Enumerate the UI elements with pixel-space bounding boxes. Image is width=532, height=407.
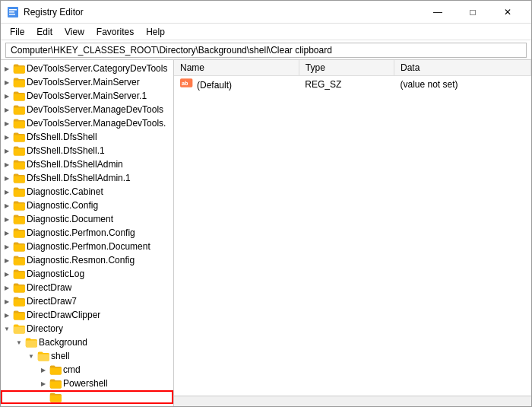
tree-expander[interactable]: ▶	[1, 79, 13, 86]
tree-expander[interactable]: ▶	[37, 380, 49, 387]
tree-item[interactable]: ▶DirectDraw7	[1, 294, 173, 308]
tree-item[interactable]: ▶Diagnostic.Perfmon.Document	[1, 240, 173, 253]
tree-item-label: DevToolsServer.MainServer.1	[27, 91, 147, 101]
tree-panel[interactable]: ▶DevToolsServer.CategoryDevTools▶DevTool…	[1, 60, 174, 406]
table-row[interactable]: ab(Default)REG_SZ(value not set)	[174, 76, 531, 93]
menu-item-edit[interactable]: Edit	[30, 25, 59, 39]
tree-expander[interactable]: ▶	[1, 120, 13, 127]
tree-item-label: DfsShell.DfsShellAdmin.1	[27, 173, 131, 183]
tree-item-label: DfsShell.DfsShellAdmin	[27, 159, 123, 170]
tree-expander[interactable]: ▶	[1, 312, 13, 319]
cell-data: (value not set)	[394, 76, 530, 93]
tree-item[interactable]: ▶DfsShell.DfsShell.1	[1, 144, 173, 157]
tree-item-label: Powershell	[63, 378, 108, 389]
tree-item[interactable]: ▶cmd	[1, 363, 173, 377]
tree-item-label: Diagnostic.Document	[27, 214, 113, 224]
horizontal-scrollbar[interactable]	[174, 396, 531, 406]
tree-item[interactable]: ▶shellex	[1, 404, 173, 406]
tree-item[interactable]: ▼Background	[1, 335, 173, 349]
tree-item[interactable]: ▶DfsShell.DfsShellAdmin	[1, 157, 173, 171]
address-bar	[1, 40, 531, 60]
tree-expander[interactable]: ▼	[1, 326, 13, 332]
tree-expander[interactable]: ▶	[1, 202, 13, 209]
folder-icon	[13, 145, 25, 156]
tree-expander[interactable]: ▶	[1, 134, 13, 141]
tree-item[interactable]: ▼shell	[1, 349, 173, 363]
tree-expander[interactable]: ▶	[1, 271, 13, 278]
tree-item[interactable]: ▶DevToolsServer.ManageDevTools	[1, 103, 173, 116]
column-data[interactable]: Data	[394, 60, 530, 76]
tree-expander[interactable]: ▶	[1, 65, 13, 72]
tree-item[interactable]: ▶DfsShell.DfsShell	[1, 130, 173, 144]
folder-icon	[13, 104, 25, 115]
tree-item[interactable]: ▼Directory	[1, 322, 173, 335]
app-icon	[7, 6, 19, 18]
column-name[interactable]: Name	[174, 60, 299, 76]
tree-item[interactable]: ▶Diagnostic.Perfmon.Config	[1, 226, 173, 240]
tree-item[interactable]: ▶DevToolsServer.MainServer	[1, 75, 173, 89]
registry-editor-window: Registry Editor — □ ✕ FileEditViewFavori…	[0, 0, 532, 407]
tree-expander[interactable]: ▶	[1, 285, 13, 291]
tree-expander[interactable]: ▶	[1, 93, 13, 100]
tree-item[interactable]: ▶Diagnostic.Cabinet	[1, 185, 173, 199]
tree-item-label: Diagnostic.Perfmon.Config	[27, 227, 135, 238]
tree-item-label: Clear clipboard	[63, 392, 125, 402]
tree-item[interactable]: ▶Diagnostic.Resmon.Config	[1, 253, 173, 267]
tree-item-label: DfsShell.DfsShell.1	[27, 145, 105, 156]
folder-icon	[25, 337, 37, 348]
folder-icon	[13, 282, 25, 293]
tree-item[interactable]: ▶DevToolsServer.MainServer.1	[1, 89, 173, 103]
tree-expander[interactable]: ▼	[13, 339, 25, 346]
tree-item-label: DevToolsServer.ManageDevTools.	[27, 118, 166, 129]
folder-icon	[49, 364, 62, 375]
tree-item-label: Diagnostic.Resmon.Config	[27, 255, 135, 266]
menu-bar: FileEditViewFavoritesHelp	[1, 24, 531, 40]
tree-expander[interactable]: ▶	[1, 243, 13, 250]
tree-expander[interactable]: ▶	[1, 175, 13, 182]
tree-expander[interactable]: ▶	[1, 298, 13, 305]
folder-icon	[13, 63, 25, 74]
tree-item-label: DirectDraw	[27, 282, 71, 293]
maximize-button[interactable]: □	[455, 1, 490, 24]
tree-expander[interactable]: ▶	[1, 257, 13, 264]
tree-item[interactable]: Clear clipboard	[1, 390, 173, 404]
tree-expander[interactable]: ▶	[1, 230, 13, 237]
folder-icon	[13, 132, 25, 142]
tree-expander[interactable]: ▼	[25, 353, 37, 360]
tree-item[interactable]: ▶DiagnosticLog	[1, 267, 173, 281]
tree-item[interactable]: ▶DirectDraw	[1, 281, 173, 294]
cell-type: REG_SZ	[299, 76, 394, 93]
tree-item[interactable]: ▶DevToolsServer.CategoryDevTools	[1, 62, 173, 75]
svg-text:ab: ab	[182, 80, 188, 87]
tree-expander[interactable]: ▶	[1, 161, 13, 168]
menu-item-favorites[interactable]: Favorites	[90, 25, 140, 39]
tree-item[interactable]: ▶DfsShell.DfsShellAdmin.1	[1, 171, 173, 185]
tree-item-label: DfsShell.DfsShell	[27, 132, 97, 142]
tree-item[interactable]: ▶DirectDrawClipper	[1, 308, 173, 322]
window-controls: — □ ✕	[420, 1, 525, 24]
title-bar: Registry Editor — □ ✕	[1, 1, 531, 24]
tree-item-label: shell	[51, 351, 70, 361]
tree-expander[interactable]: ▶	[1, 107, 13, 113]
folder-icon	[13, 91, 25, 101]
menu-item-help[interactable]: Help	[140, 25, 171, 39]
value-name: (Default)	[197, 80, 232, 91]
tree-expander[interactable]: ▶	[1, 148, 13, 154]
tree-item-label: DirectDraw7	[27, 296, 77, 307]
folder-icon	[13, 310, 25, 320]
close-button[interactable]: ✕	[490, 1, 525, 24]
tree-expander[interactable]: ▶	[37, 367, 49, 374]
tree-item-label: Diagnostic.Cabinet	[27, 186, 103, 197]
main-content: ▶DevToolsServer.CategoryDevTools▶DevTool…	[1, 60, 531, 406]
tree-item[interactable]: ▶Powershell	[1, 377, 173, 390]
minimize-button[interactable]: —	[420, 1, 455, 24]
tree-item[interactable]: ▶DevToolsServer.ManageDevTools.	[1, 116, 173, 130]
tree-expander[interactable]: ▶	[1, 216, 13, 223]
menu-item-view[interactable]: View	[59, 25, 90, 39]
address-input[interactable]	[5, 43, 527, 58]
tree-item[interactable]: ▶Diagnostic.Config	[1, 199, 173, 212]
tree-expander[interactable]: ▶	[1, 189, 13, 196]
menu-item-file[interactable]: File	[4, 25, 30, 39]
tree-item[interactable]: ▶Diagnostic.Document	[1, 212, 173, 226]
column-type[interactable]: Type	[299, 60, 394, 76]
